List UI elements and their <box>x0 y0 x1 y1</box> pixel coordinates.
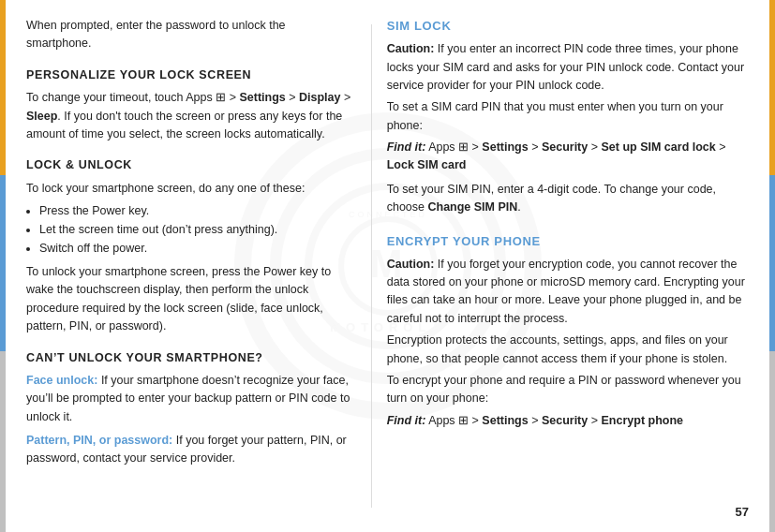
bullet-switch-off: Switch off the power. <box>39 239 352 258</box>
encrypt-settings-bold: Settings <box>482 414 528 427</box>
encrypt-phone-bold: Encrypt phone <box>602 414 684 427</box>
settings-bold: Settings <box>239 91 285 104</box>
heading-encrypt-phone: ENCRYPT YOUR PHONE <box>387 232 745 251</box>
sim-setup-bold: Set up SIM card lock <box>602 140 716 154</box>
heading-sim-lock: SIM LOCK <box>387 17 745 36</box>
encrypt-caution-label: Caution: <box>387 258 435 271</box>
right-column: SIM LOCK Caution: If you enter an incorr… <box>372 17 745 515</box>
sim-settings-bold: Settings <box>482 140 528 154</box>
encrypt-find-it-label: Find it: <box>387 414 426 427</box>
sleep-bold: Sleep <box>26 110 57 123</box>
bullet-screen-timeout: Let the screen time out (don’t press any… <box>39 220 352 239</box>
intro-text: When prompted, enter the password to unl… <box>26 17 352 53</box>
sim-caution-label: Caution: <box>387 42 435 55</box>
text-sim-caution: Caution: If you enter an incorrect PIN c… <box>387 40 745 95</box>
sim-caution-text: If you enter an incorrect PIN code three… <box>387 42 744 92</box>
display-bold: Display <box>299 91 340 104</box>
heading-personalize: PERSONALIZE YOUR LOCK SCREEN <box>26 66 352 84</box>
content-area: When prompted, enter the password to unl… <box>0 0 775 532</box>
pattern-label: Pattern, PIN, or password: <box>26 434 172 447</box>
heading-lock-unlock: LOCK & UNLOCK <box>26 156 352 174</box>
bullet-power-key: Press the Power key. <box>39 201 352 220</box>
page-container: M MOTOROLA CONNECTED When prompted, ente… <box>0 0 775 532</box>
text-encrypt-caution: Caution: If you forget your encryption c… <box>387 256 745 329</box>
change-sim-pin-bold: Change SIM PIN <box>427 200 517 214</box>
sim-pin-text-end: . <box>517 200 520 214</box>
text-encrypt-protects: Encryption protects the accounts, settin… <box>387 332 745 368</box>
text-unlock: To unlock your smartphone screen, press … <box>26 263 352 336</box>
text-personalize: To change your timeout, touch Apps ⊞ > S… <box>26 89 352 143</box>
sim-find-it-label: Find it: <box>387 140 426 154</box>
text-face-unlock: Face unlock: If your smartphone doesn’t … <box>26 372 352 426</box>
text-sim-set: To set a SIM card PIN that you must ente… <box>387 98 745 135</box>
encrypt-security-bold: Security <box>542 414 588 427</box>
page-number: 57 <box>736 505 749 519</box>
encrypt-caution-text: If you forget your encryption code, you … <box>387 258 745 325</box>
text-lock-intro: To lock your smartphone screen, do any o… <box>26 180 352 198</box>
face-unlock-label: Face unlock: <box>26 374 97 387</box>
two-col-layout: When prompted, enter the password to unl… <box>26 17 745 515</box>
text-encrypt-require: To encrypt your phone and require a PIN … <box>387 372 745 408</box>
text-pattern: Pattern, PIN, or password: If you forget… <box>26 432 352 468</box>
left-column: When prompted, enter the password to unl… <box>26 17 371 515</box>
heading-cant-unlock: CAN’T UNLOCK YOUR SMARTPHONE? <box>26 349 352 367</box>
text-sim-pin: To set your SIM PIN, enter a 4-digit cod… <box>387 181 745 217</box>
sim-security-bold: Security <box>542 140 588 154</box>
encrypt-find-it: Find it: Apps ⊞ > Settings > Security > … <box>387 412 745 430</box>
sim-find-it: Find it: Apps ⊞ > Settings > Security > … <box>387 139 745 175</box>
sim-lock-sim-card-bold: Lock SIM card <box>387 158 467 171</box>
lock-bullets: Press the Power key. Let the screen time… <box>39 201 352 258</box>
